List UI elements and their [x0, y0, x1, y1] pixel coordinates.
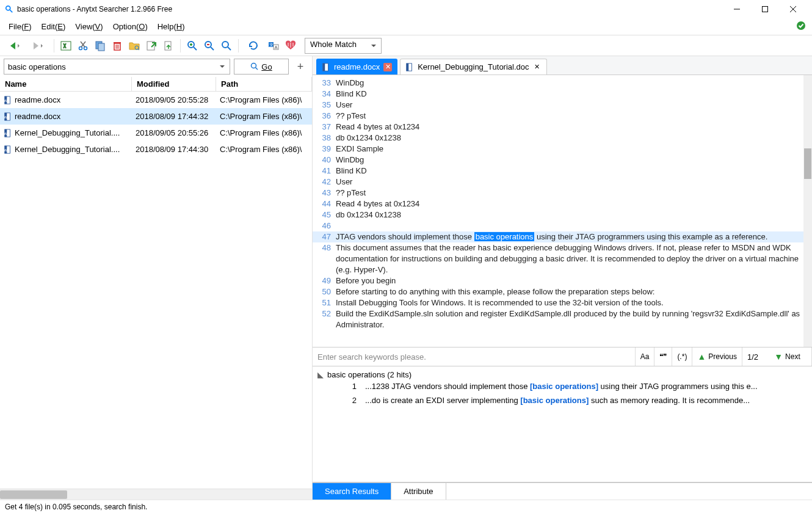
- viewer-line: 34Blind KD: [313, 89, 812, 100]
- file-name: Kernel_Debugging_Tutorial....: [15, 128, 120, 137]
- add-search-button[interactable]: +: [292, 59, 308, 75]
- line-number: 34: [316, 89, 331, 100]
- svg-rect-13: [98, 43, 104, 51]
- svg-point-0: [6, 6, 10, 10]
- open-folder-icon[interactable]: [126, 38, 142, 54]
- close-tab-icon[interactable]: ✕: [383, 63, 392, 71]
- line-number: 33: [316, 78, 331, 89]
- go-button[interactable]: Go: [234, 59, 289, 75]
- file-row[interactable]: Wreadme.docx2018/08/09 17:44:32C:\Progra…: [0, 108, 312, 125]
- viewer-line: 47JTAG vendors should implement those ba…: [313, 231, 812, 242]
- svg-point-30: [222, 42, 228, 48]
- menu-option[interactable]: Option(O): [108, 20, 153, 33]
- forward-button[interactable]: [28, 38, 50, 54]
- find-input[interactable]: Enter search keywords please.: [313, 347, 636, 366]
- menu-edit[interactable]: Edit(E): [37, 20, 71, 33]
- file-modified: 2018/08/09 17:44:32: [132, 112, 216, 121]
- line-number: 52: [316, 308, 331, 330]
- file-row[interactable]: Wreadme.docx2018/09/05 20:55:28C:\Progra…: [0, 92, 312, 108]
- file-path: C:\Program Files (x86)\: [216, 112, 312, 121]
- svg-rect-56: [407, 63, 409, 70]
- svg-rect-3: [763, 7, 768, 12]
- maximize-button[interactable]: [751, 0, 779, 18]
- close-button[interactable]: [779, 0, 807, 18]
- viewer-line: 45db 0x1234 0x1238: [313, 209, 812, 220]
- back-button[interactable]: [5, 38, 27, 54]
- menu-view[interactable]: View(V): [70, 20, 107, 33]
- line-number: 51: [316, 297, 331, 308]
- refresh-icon[interactable]: [242, 38, 264, 54]
- file-row[interactable]: WKernel_Debugging_Tutorial....2018/09/05…: [0, 125, 312, 141]
- line-text: WinDbg: [336, 155, 808, 166]
- line-text: This document assumes that the reader ha…: [336, 242, 808, 275]
- svg-line-11: [81, 42, 85, 47]
- viewer-line: 49Before you begin: [313, 275, 812, 286]
- file-path: C:\Program Files (x86)\: [216, 95, 312, 104]
- svg-text:W: W: [4, 131, 8, 135]
- zoom-in-icon[interactable]: [184, 38, 200, 54]
- file-row[interactable]: WKernel_Debugging_Tutorial....2018/08/09…: [0, 141, 312, 158]
- line-text: User: [336, 176, 808, 187]
- line-number: 47: [316, 231, 331, 242]
- col-modified[interactable]: Modified: [132, 77, 216, 91]
- result-hit[interactable]: 2...do is create an EXDI server implemen…: [317, 393, 807, 407]
- collapse-icon[interactable]: ◣: [317, 370, 324, 379]
- copy-icon[interactable]: [92, 38, 108, 54]
- minimize-button[interactable]: [723, 0, 751, 18]
- close-tab-icon[interactable]: ✕: [533, 63, 542, 71]
- viewer-line: 38db 0x1234 0x1238: [313, 133, 812, 144]
- menu-help[interactable]: Help(H): [153, 20, 190, 33]
- cut-icon[interactable]: [75, 38, 91, 54]
- toolbar: 文A Whole Match: [0, 35, 812, 56]
- match-word-button[interactable]: ❝❞: [654, 347, 672, 366]
- translate-icon[interactable]: 文A: [266, 38, 281, 54]
- find-icon[interactable]: [219, 38, 234, 54]
- line-number: 40: [316, 155, 331, 166]
- word-icon: [322, 63, 330, 71]
- favorite-icon[interactable]: [283, 38, 299, 54]
- line-text: Before starting to do anything with this…: [336, 286, 808, 297]
- file-name: Kernel_Debugging_Tutorial....: [15, 145, 120, 154]
- vscrollbar[interactable]: [803, 75, 812, 347]
- delete-icon[interactable]: [109, 38, 125, 54]
- svg-line-1: [10, 10, 12, 12]
- title-bar: basic operations - Anytxt Searcher 1.2.9…: [0, 0, 812, 18]
- line-text: Read 4 bytes at 0x1234: [336, 122, 808, 133]
- hscrollbar[interactable]: [0, 489, 312, 500]
- svg-text:W: W: [4, 147, 8, 151]
- col-path[interactable]: Path: [216, 77, 312, 91]
- line-text: User: [336, 100, 808, 111]
- tab-search-results[interactable]: Search Results: [313, 483, 391, 500]
- viewer-line: 43?? pTest: [313, 187, 812, 198]
- menu-file[interactable]: File(F): [4, 20, 37, 33]
- file-path: C:\Program Files (x86)\: [216, 128, 312, 137]
- svg-line-28: [211, 47, 214, 50]
- search-input[interactable]: basic operations: [4, 59, 230, 75]
- line-text: Before you begin: [336, 275, 808, 286]
- viewer-line: 41Blind KD: [313, 166, 812, 176]
- match-case-button[interactable]: Aa: [636, 347, 655, 366]
- regex-button[interactable]: (.*): [672, 347, 692, 366]
- line-number: 42: [316, 176, 331, 187]
- result-hit[interactable]: 1...1238 JTAG vendors should implement t…: [317, 379, 807, 393]
- status-ok-icon: [796, 21, 806, 31]
- file-tab[interactable]: Kernel_Debugging_Tutorial.doc✕: [400, 59, 546, 75]
- hit-text: ...do is create an EXDI server implement…: [365, 396, 750, 405]
- file-tab[interactable]: readme.docx✕: [316, 59, 397, 75]
- external-open-icon[interactable]: [143, 38, 159, 54]
- tab-attribute[interactable]: Attribute: [391, 483, 446, 500]
- zoom-out-icon[interactable]: [201, 38, 217, 54]
- find-previous-button[interactable]: ▲Previous: [692, 347, 742, 366]
- text-viewer[interactable]: 33WinDbg34Blind KD35User36?? pTest37Read…: [313, 75, 812, 347]
- file-modified: 2018/09/05 20:55:28: [132, 95, 216, 104]
- doc-export-icon[interactable]: [161, 38, 176, 54]
- excel-export-icon[interactable]: [58, 38, 74, 54]
- line-text: db 0x1234 0x1238: [336, 209, 808, 220]
- viewer-line: 35User: [313, 100, 812, 111]
- match-mode-select[interactable]: Whole Match: [305, 38, 382, 54]
- tab-label: Kernel_Debugging_Tutorial.doc: [418, 62, 529, 71]
- find-next-button[interactable]: ▼Next: [763, 347, 812, 366]
- line-number: 48: [316, 242, 331, 275]
- line-number: 46: [316, 220, 331, 231]
- col-name[interactable]: Name: [0, 77, 132, 91]
